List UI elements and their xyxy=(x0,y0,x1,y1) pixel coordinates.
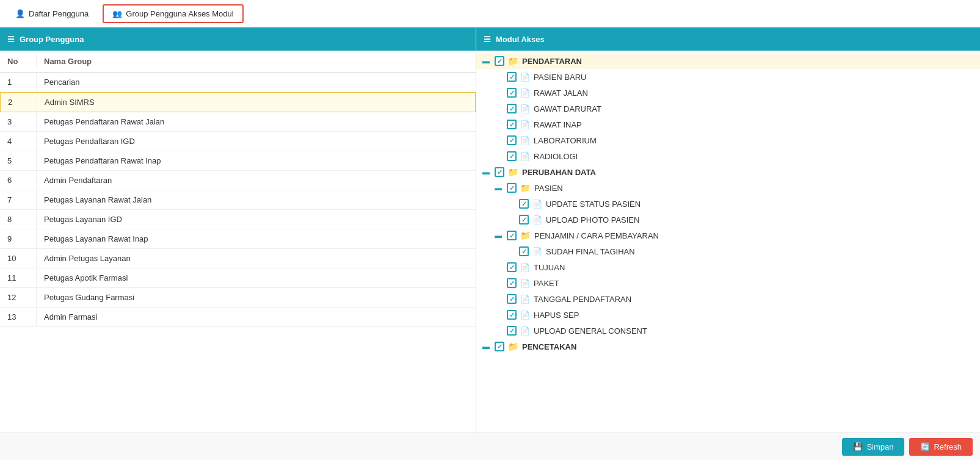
row-name: Admin SIMRS xyxy=(37,93,475,112)
module-row-sudah-final-tagihan[interactable]: 📄 SUDAH FINAL TAGIHAN xyxy=(476,243,980,259)
right-panel: ☰ Modul Akses ▬ 📁 PENDAFTARAN 📄 PASIEN B… xyxy=(476,27,980,433)
modul-akses-header: ☰ Modul Akses xyxy=(476,27,980,51)
table-row[interactable]: 9 Petugas Layanan Rawat Inap xyxy=(0,229,476,249)
module-row-tujuan[interactable]: 📄 TUJUAN xyxy=(476,259,980,275)
row-name: Petugas Pendaftaran Rawat Inap xyxy=(37,151,476,170)
file-icon: 📄 xyxy=(520,279,530,288)
checkbox-icon[interactable] xyxy=(507,151,517,161)
tab-group-pengguna[interactable]: 👥 Group Pengguna Akses Modul xyxy=(103,4,243,23)
module-row-laboratorium[interactable]: 📄 LABORATORIUM xyxy=(476,132,980,148)
table-row[interactable]: 3 Petugas Pendaftaran Rawat Jalan xyxy=(0,112,476,132)
checkbox-icon[interactable] xyxy=(519,246,529,256)
table-row[interactable]: 8 Petugas Layanan IGD xyxy=(0,210,476,229)
tab-daftar-pengguna[interactable]: 👤 Daftar Pengguna xyxy=(6,5,98,23)
table-row[interactable]: 12 Petugas Gudang Farmasi xyxy=(0,288,476,307)
module-row-paket[interactable]: 📄 PAKET xyxy=(476,275,980,291)
collapse-icon[interactable]: ▬ xyxy=(495,184,503,192)
left-panel: ☰ Group Pengguna No Nama Group 1 Pencari… xyxy=(0,27,476,433)
checkbox-icon[interactable] xyxy=(507,278,517,288)
module-label: UPLOAD PHOTO PASIEN xyxy=(546,215,639,225)
main-content: ☰ Group Pengguna No Nama Group 1 Pencari… xyxy=(0,27,980,433)
person-icon: 👤 xyxy=(15,9,25,18)
menu-icon: ☰ xyxy=(7,35,15,44)
table-row[interactable]: 6 Admin Pendaftaran xyxy=(0,171,476,190)
refresh-button[interactable]: 🔄 Refresh xyxy=(909,438,973,456)
file-icon: 📄 xyxy=(520,88,530,98)
file-icon: 📄 xyxy=(520,152,530,161)
checkbox-icon[interactable] xyxy=(507,183,517,193)
group-table-body[interactable]: 1 Pencarian 2 Admin SIMRS 3 Petugas Pend… xyxy=(0,73,476,433)
checkbox-icon[interactable] xyxy=(507,326,517,336)
module-row-pendaftaran[interactable]: ▬ 📁 PENDAFTARAN xyxy=(476,53,980,69)
module-row-pencetakan[interactable]: ▬ 📁 PENCETAKAN xyxy=(476,339,980,354)
file-icon: 📄 xyxy=(520,136,530,145)
module-row-rawat-inap[interactable]: 📄 RAWAT INAP xyxy=(476,117,980,132)
module-label: RAWAT INAP xyxy=(534,120,582,129)
top-nav: 👤 Daftar Pengguna 👥 Group Pengguna Akses… xyxy=(0,0,980,27)
folder-icon: 📁 xyxy=(520,231,531,240)
module-label: RAWAT JALAN xyxy=(534,88,588,98)
module-row-perubahan-data[interactable]: ▬ 📁 PERUBAHAN DATA xyxy=(476,164,980,180)
checkbox-icon[interactable] xyxy=(507,294,517,304)
checkbox-icon[interactable] xyxy=(495,342,504,351)
table-row[interactable]: 5 Petugas Pendaftaran Rawat Inap xyxy=(0,151,476,171)
row-no: 5 xyxy=(0,151,37,170)
checkbox-icon[interactable] xyxy=(495,56,504,66)
module-row-pasien-baru[interactable]: 📄 PASIEN BARU xyxy=(476,69,980,85)
collapse-icon[interactable]: ▬ xyxy=(482,342,491,351)
module-row-tanggal-pendaftaran[interactable]: 📄 TANGGAL PENDAFTARAN xyxy=(476,291,980,307)
row-no: 6 xyxy=(0,171,37,190)
collapse-icon[interactable]: ▬ xyxy=(482,168,491,176)
group-pengguna-header: ☰ Group Pengguna xyxy=(0,27,476,51)
checkbox-icon[interactable] xyxy=(507,104,517,113)
refresh-label: Refresh xyxy=(934,442,962,451)
collapse-icon[interactable]: ▬ xyxy=(495,231,503,240)
module-row-radiologi[interactable]: 📄 RADIOLOGI xyxy=(476,148,980,164)
group-icon: 👥 xyxy=(112,9,122,18)
module-label: PASIEN BARU xyxy=(534,73,586,82)
module-row-upload-photo-pasien[interactable]: 📄 UPLOAD PHOTO PASIEN xyxy=(476,212,980,228)
file-icon: 📄 xyxy=(520,120,530,129)
module-row-upload-general-consent[interactable]: 📄 UPLOAD GENERAL CONSENT xyxy=(476,323,980,339)
checkbox-icon[interactable] xyxy=(507,262,517,272)
row-no: 10 xyxy=(0,249,37,268)
row-name: Petugas Pendaftaran IGD xyxy=(37,132,476,151)
module-row-update-status-pasien[interactable]: 📄 UPDATE STATUS PASIEN xyxy=(476,196,980,212)
table-row[interactable]: 10 Admin Petugas Layanan xyxy=(0,249,476,268)
checkbox-icon[interactable] xyxy=(507,120,517,129)
checkbox-icon[interactable] xyxy=(495,167,504,177)
checkbox-icon[interactable] xyxy=(507,135,517,145)
module-label: PASIEN xyxy=(534,184,563,193)
file-icon: 📄 xyxy=(532,199,542,209)
module-label: GAWAT DARURAT xyxy=(534,104,601,113)
checkbox-icon[interactable] xyxy=(507,88,517,98)
checkbox-icon[interactable] xyxy=(519,199,529,209)
module-label: UPDATE STATUS PASIEN xyxy=(546,199,641,209)
table-row[interactable]: 7 Petugas Layanan Rawat Jalan xyxy=(0,190,476,210)
folder-icon: 📁 xyxy=(508,56,518,66)
module-row-hapus-sep[interactable]: 📄 HAPUS SEP xyxy=(476,307,980,323)
module-row-rawat-jalan[interactable]: 📄 RAWAT JALAN xyxy=(476,85,980,101)
table-row[interactable]: 4 Petugas Pendaftaran IGD xyxy=(0,132,476,151)
checkbox-icon[interactable] xyxy=(519,215,529,225)
row-no: 3 xyxy=(0,112,37,131)
module-label: TUJUAN xyxy=(534,263,565,272)
module-row-penjamin[interactable]: ▬ 📁 PENJAMIN / CARA PEMBAYARAN xyxy=(476,228,980,243)
folder-icon: 📁 xyxy=(508,342,518,351)
table-row[interactable]: 1 Pencarian xyxy=(0,73,476,92)
save-button[interactable]: 💾 Simpan xyxy=(842,438,904,456)
module-body[interactable]: ▬ 📁 PENDAFTARAN 📄 PASIEN BARU 📄 RAWAT JA… xyxy=(476,51,980,433)
table-row[interactable]: 11 Petugas Apotik Farmasi xyxy=(0,268,476,288)
module-row-pasien[interactable]: ▬ 📁 PASIEN xyxy=(476,180,980,196)
checkbox-icon[interactable] xyxy=(507,72,517,82)
row-name: Petugas Layanan IGD xyxy=(37,210,476,229)
module-row-gawat-darurat[interactable]: 📄 GAWAT DARURAT xyxy=(476,101,980,117)
table-row[interactable]: 13 Admin Farmasi xyxy=(0,307,476,327)
file-icon: 📄 xyxy=(520,73,530,82)
table-row[interactable]: 2 Admin SIMRS xyxy=(0,92,476,112)
checkbox-icon[interactable] xyxy=(507,231,517,240)
module-label: PENJAMIN / CARA PEMBAYARAN xyxy=(534,231,659,240)
group-pengguna-title: Group Pengguna xyxy=(20,35,84,44)
checkbox-icon[interactable] xyxy=(507,310,517,320)
collapse-icon[interactable]: ▬ xyxy=(482,57,491,65)
